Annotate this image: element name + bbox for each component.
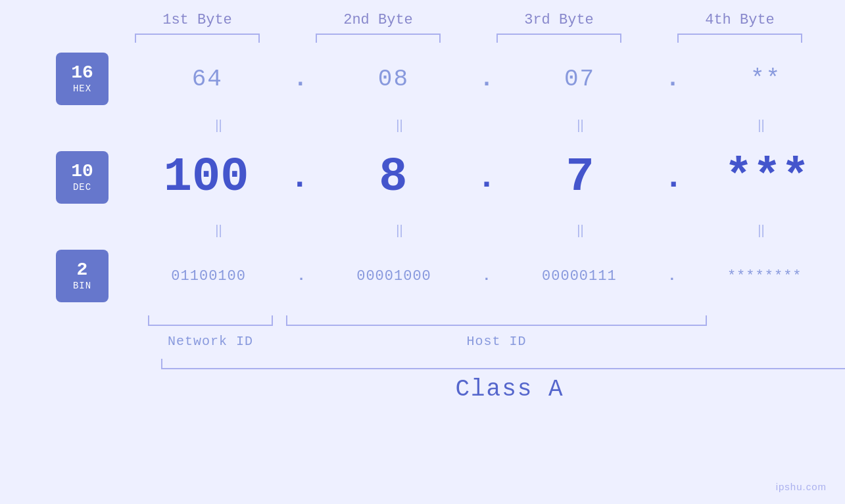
byte1-header: 1st Byte	[125, 12, 270, 28]
equals-row-2: || || || ||	[128, 220, 845, 240]
network-bracket	[148, 315, 273, 326]
id-labels-row: Network ID Host ID	[148, 334, 845, 349]
host-id-label: Host ID	[286, 334, 707, 349]
dec-badge: 10 DEC	[56, 151, 109, 204]
eq-2-1: ||	[147, 223, 291, 238]
dec-values-row: 100 . 8 . 7 . ***	[128, 154, 845, 201]
hex-val-1: 64	[135, 66, 279, 93]
top-brackets	[107, 34, 831, 43]
dec-dot-3: .	[664, 159, 683, 196]
main-grid: 16 HEX 64 . 08 . 07 . ** || || || || 10	[56, 43, 845, 504]
page-container: 1st Byte 2nd Byte 3rd Byte 4th Byte 16 H…	[0, 0, 845, 504]
bin-base-label: BIN	[73, 281, 91, 291]
bracket-byte4	[677, 34, 802, 43]
dec-val-4: ***	[694, 154, 839, 201]
dec-val-2: 8	[321, 154, 466, 201]
eq-2-2: ||	[327, 223, 472, 238]
bin-val-4: ********	[692, 268, 837, 285]
byte-headers-row: 1st Byte 2nd Byte 3rd Byte 4th Byte	[107, 12, 831, 28]
eq-1-3: ||	[508, 118, 653, 133]
dec-val-3: 7	[508, 154, 652, 201]
hex-val-4: **	[694, 66, 838, 93]
eq-2-4: ||	[689, 223, 834, 238]
dec-dot-2: .	[477, 159, 496, 196]
class-bracket	[161, 359, 845, 369]
hex-dot-3: .	[665, 66, 680, 93]
dec-base-label: DEC	[73, 182, 91, 193]
bin-dot-2: .	[482, 268, 491, 285]
bin-base-num: 2	[77, 261, 88, 279]
eq-1-4: ||	[689, 118, 834, 133]
dec-val-1: 100	[134, 154, 279, 201]
equals-row-1: || || || ||	[128, 115, 845, 135]
bin-dot-1: .	[297, 268, 305, 285]
byte3-header: 3rd Byte	[487, 12, 631, 28]
hex-dot-1: .	[293, 66, 308, 93]
class-section: Class A	[161, 359, 845, 403]
bin-val-1: 01100100	[136, 268, 281, 285]
hex-dot-2: .	[479, 66, 494, 93]
bracket-byte2	[316, 34, 441, 43]
bottom-brackets-row	[148, 315, 845, 329]
bin-dot-3: .	[667, 268, 676, 285]
watermark: ipshu.com	[776, 481, 827, 492]
bracket-byte3	[496, 34, 621, 43]
hex-badge: 16 HEX	[56, 53, 109, 105]
eq-1-1: ||	[147, 118, 291, 133]
hex-base-num: 16	[71, 64, 93, 82]
hex-base-label: HEX	[73, 83, 91, 94]
bin-val-2: 00001000	[322, 268, 466, 285]
hex-row: 16 HEX 64 . 08 . 07 . **	[56, 43, 845, 115]
byte2-header: 2nd Byte	[306, 12, 450, 28]
byte4-header: 4th Byte	[667, 12, 812, 28]
bin-values-row: 01100100 . 00001000 . 00000111 . *******…	[128, 268, 845, 285]
bin-val-3: 00000111	[507, 268, 652, 285]
bin-badge: 2 BIN	[56, 250, 109, 302]
hex-val-3: 07	[508, 66, 652, 93]
host-bracket	[286, 315, 707, 326]
class-label: Class A	[161, 376, 845, 403]
bin-row: 2 BIN 01100100 . 00001000 . 00000111 . *…	[56, 240, 845, 312]
dec-dot-1: .	[290, 159, 310, 196]
eq-2-3: ||	[508, 223, 653, 238]
network-id-label: Network ID	[148, 334, 273, 349]
hex-val-2: 08	[321, 66, 466, 93]
dec-row: 10 DEC 100 . 8 . 7 . ***	[56, 135, 845, 220]
bracket-byte1	[135, 34, 260, 43]
dec-base-num: 10	[71, 162, 93, 181]
eq-1-2: ||	[327, 118, 472, 133]
bottom-id-section: Network ID Host ID	[148, 315, 845, 349]
hex-values-row: 64 . 08 . 07 . **	[128, 66, 845, 93]
